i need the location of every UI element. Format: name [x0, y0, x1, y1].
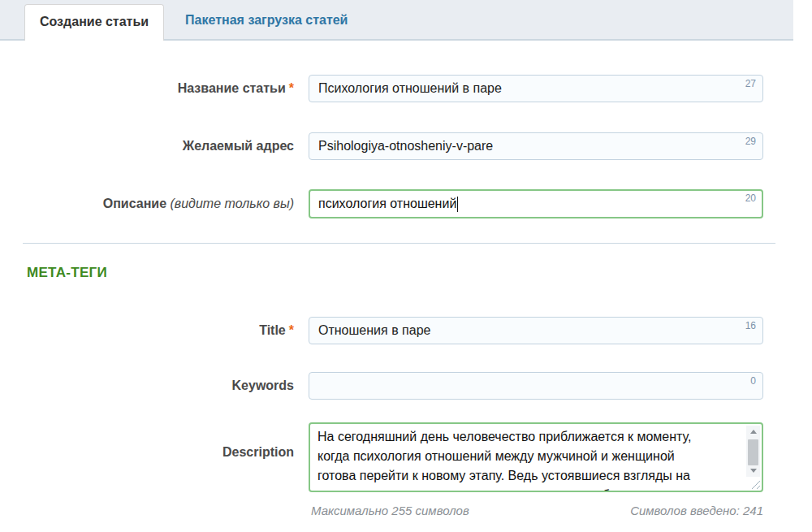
scrollbar-thumb[interactable] [748, 439, 758, 465]
arrow-down-icon [750, 469, 757, 473]
textarea-scrollbar[interactable] [746, 426, 760, 477]
field-row-meta-description: Description На сегодняшний день человече… [0, 422, 812, 492]
field-row-article-title: Название статьи* 27 [0, 75, 812, 102]
max-chars-hint: Максимально 255 символов [309, 504, 469, 517]
scroll-up-button[interactable] [746, 426, 760, 438]
tab-bar: Создание статьи Пакетная загрузка статей [0, 0, 793, 41]
meta-title-control: 16 [309, 317, 763, 344]
textarea-line: отношения между полами уже не отвечают т… [317, 486, 739, 492]
field-row-private-note: Описание (видите только вы) психология о… [0, 189, 812, 218]
meta-description-textarea[interactable]: На сегодняшний день человечество приближ… [309, 422, 763, 492]
tab-batch-upload[interactable]: Пакетная загрузка статей [164, 3, 369, 39]
meta-title-label-text: Title [259, 323, 286, 337]
desired-url-input[interactable] [309, 132, 763, 160]
section-divider [23, 243, 775, 244]
textarea-line: когда психология отношений между мужчино… [317, 447, 739, 466]
article-title-control: 27 [309, 75, 763, 102]
field-row-meta-title: Title* 16 [0, 317, 812, 344]
meta-title-input[interactable] [309, 317, 763, 344]
scrollbar-track[interactable] [746, 438, 760, 465]
article-title-label: Название статьи* [0, 81, 294, 96]
tab-create-article[interactable]: Создание статьи [24, 4, 164, 41]
meta-keywords-input[interactable] [309, 372, 763, 400]
required-asterisk: * [289, 81, 294, 95]
arrow-up-icon [750, 430, 757, 434]
meta-keywords-label: Keywords [0, 378, 294, 393]
private-note-label-note: (видите только вы) [171, 197, 294, 210]
entered-chars-count: Символов введено: 241 [630, 504, 763, 517]
private-note-value: психология отношений [318, 197, 456, 211]
meta-tags-heading: МЕТА-ТЕГИ [27, 265, 812, 281]
desired-url-control: 29 [309, 132, 763, 160]
resize-grip-icon[interactable] [749, 478, 760, 489]
private-note-input[interactable]: психология отношений [309, 189, 763, 218]
meta-description-control: На сегодняшний день человечество приближ… [309, 422, 763, 492]
article-title-input[interactable] [309, 75, 763, 102]
text-caret [457, 197, 458, 212]
meta-description-label: Description [0, 445, 294, 460]
textarea-line: На сегодняшний день человечество приближ… [317, 427, 739, 447]
private-note-label-text: Описание [103, 197, 166, 210]
article-form: Название статьи* 27 Желаемый адрес 29 Оп… [0, 75, 812, 517]
required-asterisk: * [289, 323, 294, 337]
meta-title-label: Title* [0, 323, 294, 338]
meta-keywords-control: 0 [309, 372, 763, 400]
private-note-label: Описание (видите только вы) [0, 197, 294, 211]
scroll-down-button[interactable] [746, 465, 760, 477]
textarea-line: готова перейти к новому этапу. Ведь усто… [317, 466, 739, 486]
field-row-desired-url: Желаемый адрес 29 [0, 132, 812, 160]
article-title-label-text: Название статьи [178, 81, 286, 95]
private-note-control: психология отношений 20 [309, 189, 763, 218]
desired-url-label: Желаемый адрес [0, 139, 294, 154]
description-footer: Максимально 255 символов Символов введен… [0, 504, 812, 517]
field-row-meta-keywords: Keywords 0 [0, 372, 812, 400]
